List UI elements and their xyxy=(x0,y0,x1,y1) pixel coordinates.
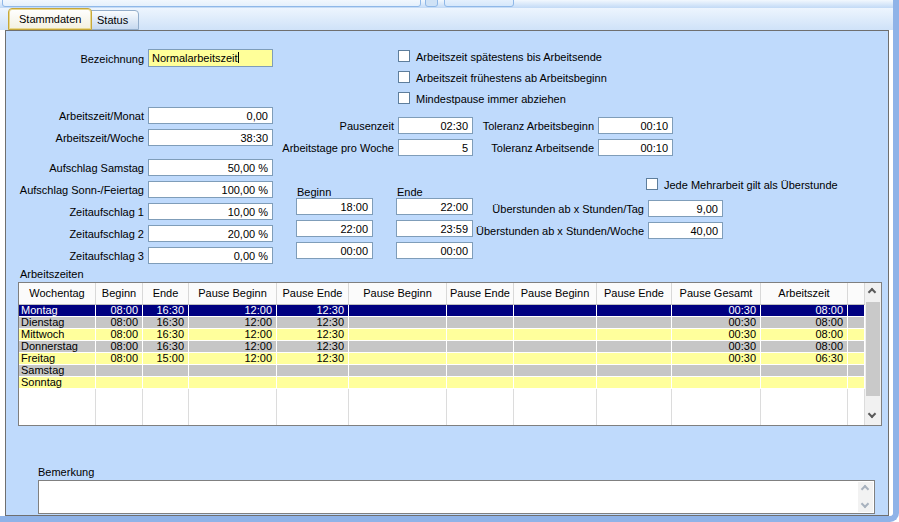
table-row-donnerstag[interactable]: Donnerstag08:0016:3012:0012:3000:3008:00 xyxy=(19,341,881,353)
time-cell: 16:30 xyxy=(143,329,189,340)
weekday-cell: Donnerstag xyxy=(19,341,96,352)
time-cell xyxy=(349,353,447,364)
scroll-down-button[interactable] xyxy=(865,408,881,425)
time-cell: 00:30 xyxy=(672,329,761,340)
checkbox-spaetestens-bis-arbeitsende[interactable] xyxy=(398,50,410,62)
table-row-montag[interactable]: Montag08:0016:3012:0012:3000:3008:00 xyxy=(19,305,881,317)
arbeitszeit-monat-label: Arbeitszeit/Monat xyxy=(6,110,144,123)
bemerkung-label: Bemerkung xyxy=(38,466,94,479)
table-row-sonntag[interactable]: Sonntag xyxy=(19,377,881,389)
toleranz-arbeitsbeginn-input[interactable]: 00:10 xyxy=(598,117,673,134)
time-cell xyxy=(514,353,597,364)
checkbox-fruehestens-label: Arbeitszeit frühestens ab Arbeitsbeginn xyxy=(416,72,607,85)
toolbar-spinner-cutoff[interactable] xyxy=(425,0,438,7)
tab-status[interactable]: Status xyxy=(86,10,139,30)
tab-stammdaten[interactable]: Stammdaten xyxy=(8,8,92,30)
time-cell: 12:00 xyxy=(189,353,277,364)
column-header: Pause Beginn xyxy=(349,283,447,304)
empty-cell xyxy=(597,389,672,425)
chevron-up-icon xyxy=(861,485,869,493)
pausenzeit-label: Pausenzeit xyxy=(250,120,394,133)
table-row-samstag[interactable]: Samstag xyxy=(19,365,881,377)
aufschlag-sonn-feiertag-input[interactable]: 100,00 % xyxy=(148,181,273,198)
time-cell: 12:00 xyxy=(189,305,277,316)
empty-cell xyxy=(96,389,143,425)
bemerkung-textarea[interactable] xyxy=(38,480,875,514)
time-cell: 15:00 xyxy=(143,353,189,364)
time-cell xyxy=(848,329,865,340)
zeitaufschlag-3-label: Zeitaufschlag 3 xyxy=(6,250,144,263)
time-cell: 08:00 xyxy=(761,341,848,352)
time-cell xyxy=(143,377,189,388)
time-cell: 12:30 xyxy=(277,341,349,352)
time-cell: 00:30 xyxy=(672,317,761,328)
toleranz-arbeitsende-label: Toleranz Arbeitsende xyxy=(455,142,594,155)
table-row-freitag[interactable]: Freitag08:0015:0012:0012:3000:3006:30 xyxy=(19,353,881,365)
time-cell xyxy=(672,365,761,376)
tab-bar: Stammdaten Status xyxy=(0,8,893,30)
time-cell xyxy=(189,377,277,388)
time-cell xyxy=(514,341,597,352)
time-cell xyxy=(447,329,514,340)
time-cell xyxy=(96,377,143,388)
checkbox-fruehestens-ab-arbeitsbeginn[interactable] xyxy=(398,71,410,83)
zuschlag-ende-3-input[interactable]: 00:00 xyxy=(396,242,473,259)
chevron-up-icon xyxy=(868,288,876,296)
bemerkung-scrollbar[interactable] xyxy=(858,482,873,512)
time-cell: 06:30 xyxy=(761,353,848,364)
table-row-mittwoch[interactable]: Mittwoch08:0016:3012:0012:3000:3008:00 xyxy=(19,329,881,341)
time-cell: 12:30 xyxy=(277,329,349,340)
aufschlag-samstag-input[interactable]: 50,00 % xyxy=(148,159,273,176)
table-vertical-scrollbar[interactable] xyxy=(865,283,881,425)
text-cursor xyxy=(238,52,239,63)
time-cell xyxy=(447,305,514,316)
weekday-cell: Montag xyxy=(19,305,96,316)
time-cell xyxy=(514,377,597,388)
weekday-cell: Sonntag xyxy=(19,377,96,388)
column-header: Ende xyxy=(143,283,189,304)
time-cell xyxy=(514,305,597,316)
empty-cell xyxy=(19,389,96,425)
ueberstunden-tag-input[interactable]: 9,00 xyxy=(648,200,723,217)
zuschlag-beginn-3-input[interactable]: 00:00 xyxy=(296,242,373,259)
time-cell: 08:00 xyxy=(96,305,143,316)
checkbox-mehrarbeit-ueberstunde[interactable] xyxy=(646,178,658,190)
zeitaufschlag-1-input[interactable]: 10,00 % xyxy=(148,203,273,220)
empty-cell xyxy=(447,389,514,425)
toolbar-field-cutoff[interactable] xyxy=(2,0,421,7)
ueberstunden-woche-input[interactable]: 40,00 xyxy=(648,222,723,239)
column-header: Pause Ende xyxy=(277,283,349,304)
time-cell: 08:00 xyxy=(761,329,848,340)
time-cell xyxy=(848,305,865,316)
time-cell xyxy=(597,341,672,352)
checkbox-mindestpause-abziehen[interactable] xyxy=(398,92,410,104)
column-header: Pause Beginn xyxy=(189,283,277,304)
zuschlag-beginn-2-input[interactable]: 22:00 xyxy=(296,220,373,237)
empty-cell xyxy=(848,389,865,425)
column-header: Pause Gesamt xyxy=(672,283,761,304)
time-cell: 08:00 xyxy=(96,353,143,364)
scroll-up-button[interactable] xyxy=(865,283,881,300)
zeitaufschlag-3-input[interactable]: 0,00 % xyxy=(148,247,273,264)
table-row-dienstag[interactable]: Dienstag08:0016:3012:0012:3000:3008:00 xyxy=(19,317,881,329)
time-cell xyxy=(349,365,447,376)
aufschlag-samstag-label: Aufschlag Samstag xyxy=(6,162,144,175)
zeitaufschlag-2-input[interactable]: 20,00 % xyxy=(148,225,273,242)
time-cell xyxy=(189,365,277,376)
time-cell xyxy=(514,365,597,376)
toleranz-arbeitsende-input[interactable]: 00:10 xyxy=(598,139,673,156)
time-cell xyxy=(848,377,865,388)
toolbar-button-cutoff[interactable] xyxy=(444,0,514,7)
weekday-cell: Samstag xyxy=(19,365,96,376)
chevron-down-icon xyxy=(861,500,869,508)
time-cell xyxy=(597,377,672,388)
time-cell xyxy=(597,329,672,340)
time-cell xyxy=(349,341,447,352)
time-cell: 00:30 xyxy=(672,305,761,316)
time-cell xyxy=(597,317,672,328)
empty-cell xyxy=(761,389,848,425)
zuschlag-beginn-1-input[interactable]: 18:00 xyxy=(296,198,373,215)
bezeichnung-input[interactable]: Normalarbeitszeit xyxy=(148,49,273,67)
scrollbar-thumb[interactable] xyxy=(866,302,880,396)
zeitaufschlag-2-label: Zeitaufschlag 2 xyxy=(6,228,144,241)
